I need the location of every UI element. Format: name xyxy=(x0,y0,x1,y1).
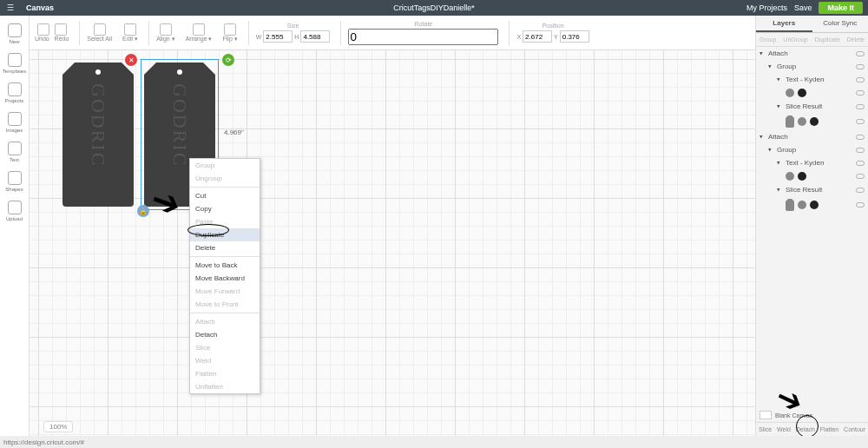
delete-handle-icon[interactable]: ✕ xyxy=(125,54,137,66)
undo-icon[interactable] xyxy=(37,23,49,36)
edit-menu[interactable]: Edit ▾ xyxy=(119,22,141,44)
ctx-duplicate[interactable]: Duplicate xyxy=(190,228,260,241)
status-bar: https://design.cricut.com/# xyxy=(0,436,868,448)
save-link[interactable]: Save xyxy=(794,3,812,12)
zoom-level[interactable]: 100% xyxy=(43,421,73,432)
make-it-button[interactable]: Make It xyxy=(819,2,863,14)
layer-slice[interactable]: Slice Result xyxy=(756,100,868,113)
layer-swatch-row[interactable] xyxy=(756,196,868,214)
visibility-icon[interactable] xyxy=(856,135,865,140)
flip-menu[interactable]: Flip ▾ xyxy=(220,22,241,44)
contour-button[interactable]: Contour xyxy=(844,426,865,432)
tool-ungroup[interactable]: UnGroup xyxy=(783,36,807,43)
shapes-button[interactable]: Shapes xyxy=(3,167,27,196)
rotate-field: Rotate xyxy=(345,19,502,47)
visibility-icon[interactable] xyxy=(856,64,865,69)
ctx-delete[interactable]: Delete xyxy=(190,241,260,254)
tool-group[interactable]: Group xyxy=(760,36,776,43)
slice-button[interactable]: Slice xyxy=(759,426,772,432)
project-title: CricutTagsDIYDanielle* xyxy=(393,3,475,12)
undo-label: Undo xyxy=(35,36,49,42)
ctx-unflatten: Unflatten xyxy=(190,380,260,393)
images-button[interactable]: Images xyxy=(3,108,27,137)
my-projects-link[interactable]: My Projects xyxy=(746,3,787,12)
app-title: Canvas xyxy=(26,3,54,12)
tag-shape[interactable]: GODRIC xyxy=(62,63,134,207)
visibility-icon[interactable] xyxy=(856,188,865,193)
ctx-ungroup: Ungroup xyxy=(190,172,260,185)
ctx-detach[interactable]: Detach xyxy=(190,328,260,341)
context-menu: Group Ungroup Cut Copy Paste Duplicate D… xyxy=(189,158,260,394)
canvas[interactable]: GODRIC GODRIC ✕ ⟳ ⤡ 🔒 4.969" xyxy=(30,50,755,436)
ctx-move-forward: Move Forward xyxy=(190,285,260,298)
visibility-icon[interactable] xyxy=(856,90,865,96)
tag-thumb-icon xyxy=(786,115,794,128)
layer-attach[interactable]: Attach xyxy=(756,47,868,60)
x-input[interactable] xyxy=(523,30,552,43)
layers-panel: Layers Color Sync Group UnGroup Duplicat… xyxy=(755,16,868,436)
upload-button[interactable]: Upload xyxy=(3,196,27,226)
tag-text: GODRIC xyxy=(87,83,109,167)
ctx-weld: Weld xyxy=(190,354,260,367)
rotate-input[interactable] xyxy=(348,29,498,45)
visibility-icon[interactable] xyxy=(856,51,865,56)
ctx-slice: Slice xyxy=(190,341,260,354)
height-input[interactable] xyxy=(300,30,330,43)
visibility-icon[interactable] xyxy=(856,119,865,124)
visibility-icon[interactable] xyxy=(856,174,865,179)
ctx-move-to-back[interactable]: Move to Back xyxy=(190,259,260,272)
tool-delete[interactable]: Delete xyxy=(847,36,865,43)
tag-hole xyxy=(95,69,101,75)
redo-icon[interactable] xyxy=(55,23,67,36)
layer-text[interactable]: Text - Kyden xyxy=(756,73,868,86)
layer-swatch-row[interactable] xyxy=(756,86,868,100)
ctx-group: Group xyxy=(190,159,260,172)
height-readout: 4.969" xyxy=(224,128,244,136)
detach-button[interactable]: Detach xyxy=(796,426,815,432)
layer-text[interactable]: Text - Kyden xyxy=(756,156,868,169)
layer-slice[interactable]: Slice Result xyxy=(756,183,868,196)
new-button[interactable]: New xyxy=(3,19,27,49)
projects-button[interactable]: Projects xyxy=(3,78,27,108)
layer-swatch-row[interactable] xyxy=(756,169,868,183)
left-rail: New Templates Projects Images Text Shape… xyxy=(0,16,30,436)
y-input[interactable] xyxy=(560,30,589,43)
ctx-copy[interactable]: Copy xyxy=(190,202,260,215)
redo-label: Redo xyxy=(55,36,69,42)
hamburger-icon[interactable]: ☰ xyxy=(0,3,21,12)
width-input[interactable] xyxy=(263,30,293,43)
ctx-move-to-front: Move to Front xyxy=(190,298,260,311)
ctx-flatten: Flatten xyxy=(190,367,260,380)
visibility-icon[interactable] xyxy=(856,104,865,109)
select-all-button[interactable]: Select All xyxy=(83,22,115,43)
visibility-icon[interactable] xyxy=(856,77,865,82)
layer-swatch-row[interactable] xyxy=(756,113,868,130)
ctx-attach: Attach xyxy=(190,315,260,328)
ctx-cut[interactable]: Cut xyxy=(190,189,260,202)
layer-attach[interactable]: Attach xyxy=(756,130,868,143)
tab-colorsync[interactable]: Color Sync xyxy=(812,16,869,32)
rotate-handle-icon[interactable]: ⟳ xyxy=(222,54,234,66)
text-button[interactable]: Text xyxy=(3,137,27,167)
visibility-icon[interactable] xyxy=(856,148,865,153)
tool-duplicate[interactable]: Duplicate xyxy=(815,36,840,43)
toolbar: Undo Redo Select All Edit ▾ Align ▾ Arra… xyxy=(0,16,868,50)
ctx-paste: Paste xyxy=(190,215,260,228)
align-menu[interactable]: Align ▾ xyxy=(153,22,179,44)
templates-button[interactable]: Templates xyxy=(3,49,27,78)
tag-thumb-icon xyxy=(786,199,794,211)
position-fields: Position X Y xyxy=(513,21,592,44)
flatten-button[interactable]: Flatten xyxy=(820,426,838,432)
status-url: https://design.cricut.com/# xyxy=(3,438,84,446)
tag-hole xyxy=(177,69,182,75)
visibility-icon[interactable] xyxy=(856,161,865,166)
layer-group[interactable]: Group xyxy=(756,60,868,73)
tab-layers[interactable]: Layers xyxy=(756,16,812,32)
arrange-menu[interactable]: Arrange ▾ xyxy=(182,22,216,44)
layer-group[interactable]: Group xyxy=(756,143,868,156)
visibility-icon[interactable] xyxy=(856,202,865,208)
tag-text: GODRIC xyxy=(168,83,191,167)
size-fields: Size W H xyxy=(253,21,334,44)
ctx-move-backward[interactable]: Move Backward xyxy=(190,272,260,285)
weld-button[interactable]: Weld xyxy=(777,426,791,432)
